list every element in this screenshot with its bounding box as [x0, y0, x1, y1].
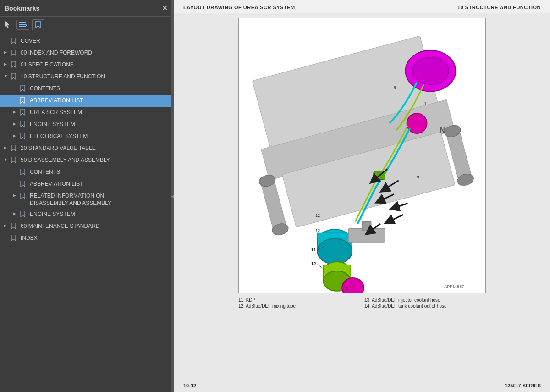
svg-text:12: 12	[344, 287, 348, 291]
sidebar-item-label: ELECTRICAL SYSTEM	[30, 133, 170, 140]
sidebar-item-index[interactable]: INDEX	[0, 232, 174, 244]
svg-rect-2	[19, 24, 26, 25]
sidebar-item-cover[interactable]: COVER	[0, 35, 174, 47]
svg-text:12: 12	[315, 213, 320, 218]
svg-text:5: 5	[394, 85, 396, 90]
expand-arrow: ▶	[4, 50, 10, 55]
sidebar-item-label: CONTENTS	[30, 85, 170, 92]
sidebar-item-label: ABBREVIATION LIST	[30, 180, 170, 188]
svg-marker-0	[5, 20, 10, 28]
bookmark-icon	[20, 109, 28, 117]
expand-arrow: ▶	[13, 133, 19, 138]
sidebar-item-50-contents[interactable]: CONTENTS	[0, 166, 174, 178]
sidebar-toolbar	[0, 17, 174, 33]
bookmark-icon	[11, 235, 18, 243]
bookmark-icon	[35, 21, 41, 28]
expand-arrow: ▶	[4, 223, 10, 228]
svg-line-31	[394, 203, 408, 208]
sidebar-item-label: 20 STANDARD VALUE TABLE	[21, 144, 170, 152]
expand-arrow: ▶	[4, 62, 10, 66]
svg-text:12: 12	[311, 261, 316, 266]
svg-rect-3	[19, 26, 26, 27]
sidebar-resize-handle[interactable]	[170, 0, 174, 392]
sidebar-item-60-maintenance[interactable]: ▶60 MAINTENANCE STANDARD	[0, 221, 174, 232]
svg-rect-1	[19, 22, 26, 23]
sidebar-item-label: 60 MAINTENANCE STANDARD	[21, 222, 170, 230]
sidebar-item-urea-scr[interactable]: ▶UREA SCR SYSTEM	[0, 107, 174, 119]
expand-arrow: ▶	[13, 193, 19, 198]
caption-item-13: 13: AdBlue/DEF injector coolant hose	[364, 298, 486, 303]
sidebar-item-label: RELATED INFORMATION ONDISASSEMBLY AND AS…	[30, 192, 170, 207]
expand-arrow: ▼	[4, 157, 10, 162]
caption-item-12: 12: AdBlue/DEF mixing tube	[238, 304, 360, 309]
list-view-button[interactable]	[16, 20, 29, 30]
sidebar-item-10-contents[interactable]: CONTENTS	[0, 83, 174, 95]
sidebar-item-electrical[interactable]: ▶ELECTRICAL SYSTEM	[0, 131, 174, 143]
sidebar-item-50-abbr[interactable]: ABBREVIATION LIST	[0, 178, 174, 190]
bookmark-icon	[20, 211, 28, 219]
bookmark-icon	[11, 61, 18, 69]
expand-arrow: ▶	[13, 121, 19, 126]
bookmark-view-button[interactable]	[32, 19, 44, 30]
diagram-container: N	[238, 18, 486, 293]
svg-point-15	[412, 57, 449, 85]
bookmark-icon	[20, 133, 28, 141]
expand-arrow: ▶	[13, 211, 19, 216]
sidebar-item-engine-system-2[interactable]: ▶ENGINE SYSTEM	[0, 209, 174, 221]
sidebar: Bookmarks ✕ COVER▶00 INDEX AND FOREWORD▶…	[0, 0, 174, 392]
sidebar-header: Bookmarks ✕	[0, 0, 174, 17]
svg-text:12: 12	[315, 228, 320, 233]
bookmark-icon	[11, 73, 18, 81]
svg-marker-4	[26, 24, 27, 26]
sidebar-tree: COVER▶00 INDEX AND FOREWORD▶01 SPECIFICA…	[0, 33, 174, 392]
sidebar-item-10-abbr[interactable]: ABBREVIATION LIST	[0, 95, 174, 107]
bookmark-icon	[20, 85, 28, 93]
svg-text:1: 1	[424, 101, 426, 106]
sidebar-item-label: ENGINE SYSTEM	[30, 121, 170, 128]
sidebar-item-label: COVER	[21, 37, 170, 44]
cursor-icon	[5, 20, 11, 28]
sidebar-item-01-specs[interactable]: ▶01 SPECIFICATIONS	[0, 59, 174, 71]
bookmark-icon	[11, 223, 18, 231]
diagram-caption: 11: KDPF13: AdBlue/DEF injector coolant …	[238, 298, 486, 309]
page-footer: 10-12 125E-7 SERIES	[174, 379, 550, 392]
sidebar-item-10-structure[interactable]: ▼10 STRUCTURE AND FUNCTION	[0, 71, 174, 83]
page-number: 10-12	[183, 383, 196, 388]
page-body: N	[174, 13, 550, 379]
page-header: LAYOUT DRAWING OF UREA SCR SYSTEM 10 STR…	[174, 0, 550, 13]
caption-item-14: 14: AdBlue/DEF tank coolant outlet hose	[364, 304, 486, 309]
page-header-left: LAYOUT DRAWING OF UREA SCR SYSTEM	[183, 5, 295, 10]
diagram-svg: N	[239, 18, 485, 293]
sidebar-item-20-standard[interactable]: ▶20 STANDARD VALUE TABLE	[0, 143, 174, 155]
sidebar-item-label: 01 SPECIFICATIONS	[21, 61, 170, 68]
bookmark-icon	[20, 121, 28, 129]
bookmark-icon	[11, 157, 18, 165]
sidebar-item-00-index[interactable]: ▶00 INDEX AND FOREWORD	[0, 47, 174, 59]
expand-arrow: ▶	[13, 110, 19, 114]
list-icon	[19, 22, 27, 28]
bookmark-icon	[20, 97, 28, 105]
svg-text:9: 9	[417, 175, 419, 179]
sidebar-item-50-disassembly[interactable]: ▼50 DISASSEMBLY AND ASSEMBLY	[0, 155, 174, 166]
sidebar-item-related-info[interactable]: ▶RELATED INFORMATION ONDISASSEMBLY AND A…	[0, 190, 174, 209]
bookmark-icon	[11, 145, 18, 153]
sidebar-close-button[interactable]: ✕	[160, 3, 170, 13]
page-header-right: 10 STRUCTURE AND FUNCTION	[457, 5, 541, 10]
svg-line-32	[389, 215, 403, 221]
sidebar-item-label: 10 STRUCTURE AND FUNCTION	[21, 73, 170, 80]
sidebar-item-label: ENGINE SYSTEM	[30, 210, 170, 218]
sidebar-item-engine-system[interactable]: ▶ENGINE SYSTEM	[0, 119, 174, 131]
bookmark-icon	[11, 50, 18, 57]
sidebar-item-label: 00 INDEX AND FOREWORD	[21, 49, 170, 56]
expand-arrow: ▼	[4, 74, 10, 78]
series-name: 125E-7 SERIES	[505, 383, 541, 388]
bookmark-icon	[20, 193, 28, 200]
sidebar-item-label: INDEX	[21, 234, 170, 242]
svg-text:APP14887: APP14887	[444, 284, 464, 289]
main-content: LAYOUT DRAWING OF UREA SCR SYSTEM 10 STR…	[174, 0, 550, 392]
bookmark-icon	[20, 181, 28, 188]
bookmark-icon	[11, 38, 18, 45]
expand-arrow: ▶	[4, 145, 10, 150]
sidebar-item-label: ABBREVIATION LIST	[30, 97, 170, 104]
svg-rect-27	[362, 221, 371, 231]
